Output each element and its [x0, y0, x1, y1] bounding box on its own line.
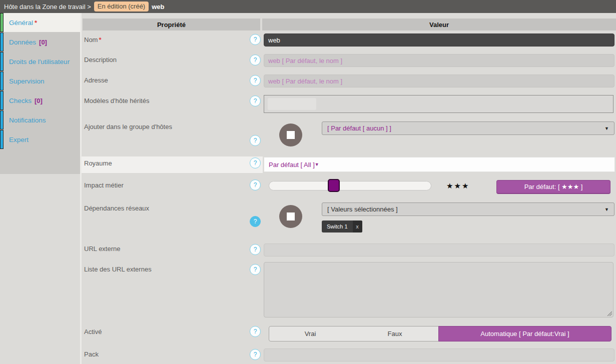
host-edit-page: Hôte dans la Zone de travail > En éditio… [0, 0, 616, 364]
label-text: Nom [84, 36, 98, 44]
field-label-url-externe: URL externe [84, 245, 121, 252]
field-label-description: Description [84, 56, 117, 64]
sidebar-tab-droits[interactable]: Droits de l'utilisateur [0, 52, 80, 71]
help-icon[interactable]: ? [250, 96, 261, 106]
selected-tag-switch1: Switch 1 x [322, 220, 362, 232]
modeles-input-chip[interactable] [268, 98, 316, 110]
help-icon[interactable]: ? [250, 326, 261, 337]
sidebar-tab-label: Données [9, 38, 36, 46]
sidebar-tab-general[interactable]: Général * [0, 13, 80, 32]
required-marker: * [35, 19, 37, 26]
column-header-property: Propriété [83, 18, 260, 30]
help-icon[interactable]: ? [250, 244, 261, 255]
url-externe-input[interactable] [264, 244, 614, 256]
count-badge: [0] [35, 97, 43, 104]
field-label-modeles: Modèles d'hôte hérités [84, 97, 149, 104]
sidebar-content-divider [80, 13, 82, 364]
pack-input[interactable] [264, 348, 614, 362]
tab-indicator [0, 110, 4, 130]
field-label-nom: Nom* [84, 36, 102, 44]
help-icon[interactable]: ? [250, 264, 261, 275]
active-tab-indicator [0, 13, 4, 32]
impact-slider[interactable] [269, 181, 431, 190]
tab-indicator [0, 91, 4, 110]
sidebar-tab-checks[interactable]: Checks [0] [0, 91, 80, 110]
help-icon[interactable]: ? [250, 180, 261, 190]
sidebar-tab-label: Expert [9, 136, 29, 144]
adresse-input[interactable] [264, 74, 614, 88]
status-badge: En édition (créé) [94, 2, 149, 12]
help-icon[interactable]: ? [250, 158, 261, 168]
nom-input[interactable] [264, 34, 614, 46]
tab-indicator [0, 32, 4, 52]
help-icon[interactable]: ? [250, 216, 261, 227]
groupe-dropdown[interactable]: [ Par défaut [ aucun ] ] ▼ [322, 122, 614, 135]
checkbox-square-icon [287, 131, 295, 139]
breadcrumb: Hôte dans la Zone de travail > [4, 3, 91, 10]
help-icon[interactable]: ? [250, 34, 261, 45]
tab-indicator [0, 52, 4, 71]
chevron-down-icon: ▼ [604, 207, 609, 212]
dependances-dropdown[interactable]: [ Valeurs sélectionnées ] ▼ [322, 202, 614, 216]
sidebar-tab-label: Général [9, 19, 33, 26]
royaume-select[interactable]: Par défaut [ All ] ▼ [264, 157, 615, 172]
tab-indicator [0, 130, 4, 149]
active-option-faux[interactable]: Faux [351, 326, 439, 342]
tag-remove-icon[interactable]: x [353, 220, 362, 232]
select-value: Par défaut [ All ] [269, 161, 315, 168]
active-option-vrai[interactable]: Vrai [269, 326, 352, 342]
dropdown-value: [ Par défaut [ aucun ] ] [327, 124, 604, 132]
sidebar-tab-notifications[interactable]: Notifications [0, 110, 80, 130]
impact-slider-handle[interactable] [328, 179, 340, 192]
field-label-groupe: Ajouter dans le groupe d'hôtes [84, 123, 172, 130]
entity-name: web [152, 3, 164, 10]
sidebar-tab-supervision[interactable]: Supervision [0, 72, 80, 90]
column-header-value: Valeur [262, 18, 616, 30]
impact-stars-value: ★★★ [446, 182, 469, 190]
count-badge: [0] [39, 38, 47, 46]
liste-url-textarea[interactable] [264, 262, 613, 318]
field-label-royaume: Royaume [84, 160, 112, 167]
help-icon[interactable]: ? [250, 75, 261, 86]
sidebar-tab-label: Droits de l'utilisateur [9, 58, 70, 66]
dropdown-value: [ Valeurs sélectionnées ] [327, 206, 604, 213]
breadcrumb-bar: Hôte dans la Zone de travail > En éditio… [0, 0, 616, 13]
help-icon[interactable]: ? [250, 349, 261, 360]
impact-default-button[interactable]: Par défaut: [ ★★★ ] [496, 180, 610, 194]
field-label-impact: Impact métier [84, 182, 124, 189]
groupe-null-toggle-button[interactable] [279, 124, 302, 146]
field-label-adresse: Adresse [84, 76, 108, 84]
field-label-liste-url: Liste des URL externes [84, 266, 152, 273]
field-label-active: Activé [84, 328, 102, 336]
description-input[interactable] [264, 54, 614, 67]
help-icon[interactable]: ? [250, 135, 261, 146]
chevron-down-icon: ▼ [315, 162, 319, 167]
active-option-automatique[interactable]: Automatique [ Par défaut:Vrai ] [438, 326, 611, 342]
chevron-down-icon: ▼ [604, 126, 609, 131]
required-marker: * [99, 36, 101, 44]
modeles-tag-input[interactable] [264, 95, 613, 113]
tag-label: Switch 1 [322, 224, 353, 230]
help-icon[interactable]: ? [250, 54, 261, 66]
sidebar-tab-label: Supervision [9, 78, 45, 85]
field-label-dependances: Dépendances réseaux [84, 204, 149, 212]
sidebar-tab-donnees[interactable]: Données [0] [0, 32, 80, 52]
sidebar-tab-expert[interactable]: Expert [0, 130, 80, 149]
checkbox-square-icon [287, 212, 295, 220]
tab-indicator [0, 72, 4, 90]
field-label-pack: Pack [84, 350, 99, 358]
dependances-null-toggle-button[interactable] [279, 205, 302, 228]
sidebar-tab-label: Checks [9, 97, 32, 104]
sidebar-tab-label: Notifications [9, 116, 46, 124]
